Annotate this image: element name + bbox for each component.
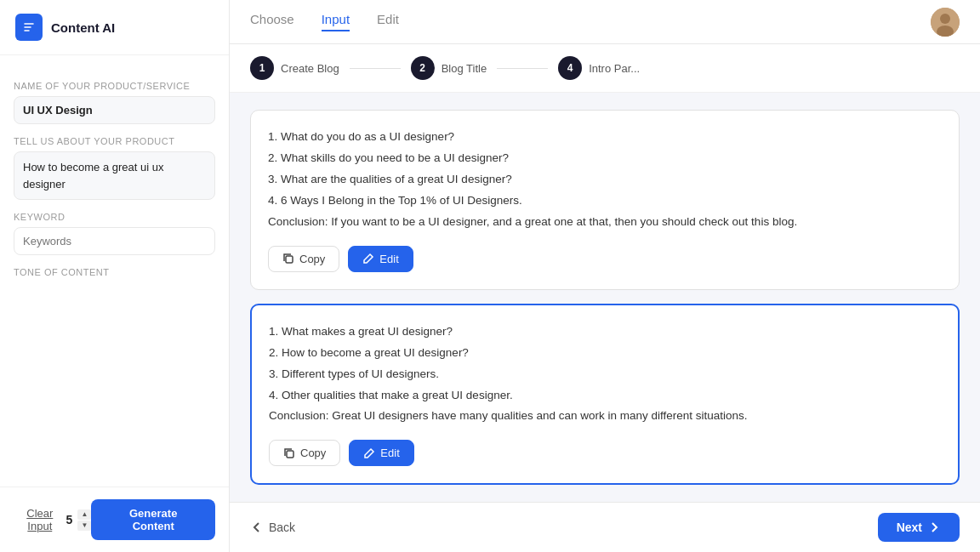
result-2-line-2: 2. How to become a great UI designer? [269, 344, 941, 363]
stepper-down-button[interactable]: ▼ [77, 521, 91, 531]
result-1-edit-button[interactable]: Edit [348, 246, 413, 272]
tone-section-label: Tone Of Content [14, 267, 215, 277]
avatar[interactable] [931, 8, 960, 37]
result-2-line-1: 1. What makes a great UI designer? [269, 322, 941, 342]
result-1-line-4: 4. 6 Ways I Belong in the Top 1% of UI D… [268, 191, 942, 211]
main-footer: Back Next [230, 502, 980, 552]
description-section-label: Tell Us About Your Product [14, 136, 215, 146]
result-1-line-5: Conclusion: If you want to be a UI desig… [268, 213, 942, 232]
description-value: How to become a great ui ux designer [14, 151, 215, 200]
svg-rect-5 [287, 451, 293, 458]
keywords-input[interactable] [14, 227, 215, 255]
step-3: 4 Intro Par... [558, 56, 640, 80]
main-area: Choose Input Edit 1 Create Blog 2 Blog T… [230, 0, 980, 552]
result-1-line-1: 1. What do you do as a UI designer? [268, 128, 942, 147]
step-2-label: Blog Title [442, 62, 487, 75]
product-section-label: Name Of Your Product/Service [14, 81, 215, 91]
step-2-circle: 2 [411, 56, 435, 80]
next-button[interactable]: Next [878, 513, 960, 542]
result-2-line-3: 3. Different types of UI designers. [269, 365, 941, 384]
tab-choose[interactable]: Choose [250, 12, 294, 31]
sidebar-header: Content AI [0, 0, 229, 55]
result-2-line-4: 4. Other qualities that make a great UI … [269, 386, 941, 406]
step-1-label: Create Blog [281, 62, 339, 75]
result-1-line-3: 3. What are the qualities of a great UI … [268, 170, 942, 190]
stepper-up-button[interactable]: ▲ [77, 509, 91, 520]
stepper-group: 5 ▲ ▼ [66, 509, 92, 531]
back-arrow-icon [250, 521, 264, 534]
step-2: 2 Blog Title [411, 56, 487, 80]
steps-bar: 1 Create Blog 2 Blog Title 4 Intro Par..… [230, 44, 980, 93]
result-card-2[interactable]: 1. What makes a great UI designer? 2. Ho… [250, 304, 960, 486]
keyword-section-label: Keyword [14, 212, 215, 222]
result-1-actions: Copy Edit [268, 246, 942, 272]
stepper-controls: ▲ ▼ [77, 509, 91, 531]
stepper-value: 5 [66, 513, 73, 526]
result-1-line-2: 2. What skills do you need to be a UI de… [268, 149, 942, 168]
edit-icon [362, 253, 374, 265]
result-1-copy-button[interactable]: Copy [268, 246, 339, 272]
sidebar-footer: Clear Input 5 ▲ ▼ Generate Content [0, 487, 229, 552]
content-area: 1. What do you do as a UI designer? 2. W… [230, 93, 980, 502]
sidebar: Content AI Name Of Your Product/Service … [0, 0, 230, 552]
edit-icon [363, 447, 375, 459]
step-1-circle: 1 [250, 56, 274, 80]
clear-input-button[interactable]: Clear Input [14, 507, 66, 532]
step-3-label: Intro Par... [589, 62, 640, 75]
copy-icon [283, 447, 295, 459]
generate-content-button[interactable]: Generate Content [91, 499, 215, 540]
result-2-copy-button[interactable]: Copy [269, 440, 340, 466]
svg-rect-4 [286, 256, 293, 263]
product-value: UI UX Design [14, 96, 215, 124]
result-2-actions: Copy Edit [269, 440, 941, 466]
step-3-circle: 4 [558, 56, 582, 80]
sidebar-content: Name Of Your Product/Service UI UX Desig… [0, 55, 229, 487]
result-2-line-5: Conclusion: Great UI designers have many… [269, 407, 941, 426]
back-button[interactable]: Back [250, 521, 295, 534]
tab-input[interactable]: Input [322, 12, 350, 31]
result-2-edit-button[interactable]: Edit [349, 440, 413, 466]
result-card-1[interactable]: 1. What do you do as a UI designer? 2. W… [250, 110, 960, 290]
top-nav: Choose Input Edit [230, 0, 980, 44]
step-1: 1 Create Blog [250, 56, 339, 80]
copy-icon [282, 253, 294, 265]
brand-logo [15, 14, 43, 41]
brand-name: Content AI [51, 20, 115, 35]
step-divider-2 [497, 68, 548, 69]
nav-tabs: Choose Input Edit [250, 12, 399, 31]
next-arrow-icon [927, 521, 941, 534]
svg-point-2 [940, 14, 950, 24]
tab-edit[interactable]: Edit [377, 12, 399, 31]
step-divider-1 [350, 68, 401, 69]
